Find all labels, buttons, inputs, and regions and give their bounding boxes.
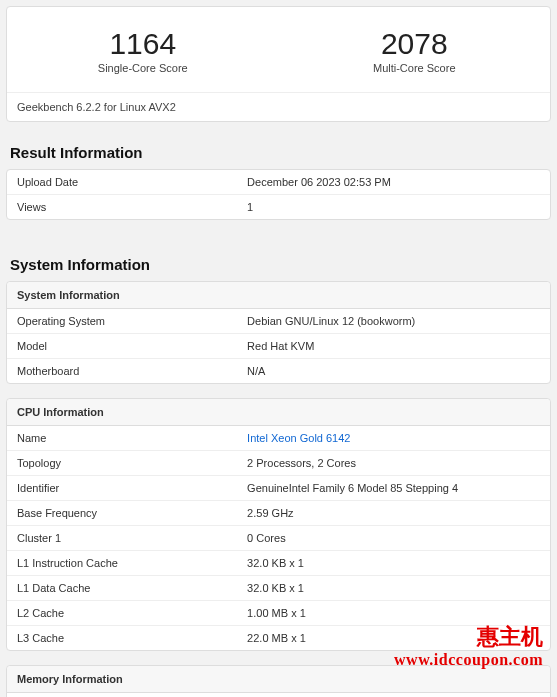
result-key: Views [17,201,247,213]
cpu-val: 22.0 MB x 1 [247,632,540,644]
system-row: Operating System Debian GNU/Linux 12 (bo… [7,309,550,334]
system-val: N/A [247,365,540,377]
system-key: Model [17,340,247,352]
system-key: Operating System [17,315,247,327]
cpu-key: L1 Instruction Cache [17,557,247,569]
result-val: December 06 2023 02:53 PM [247,176,540,188]
memory-info-panel: Memory Information Size 1.92 GB [6,665,551,697]
cpu-val: 1.00 MB x 1 [247,607,540,619]
score-footer: Geekbench 6.2.2 for Linux AVX2 [7,93,550,121]
cpu-val: 0 Cores [247,532,540,544]
cpu-row: Topology 2 Processors, 2 Cores [7,451,550,476]
system-row: Model Red Hat KVM [7,334,550,359]
memory-row: Size 1.92 GB [7,693,550,697]
cpu-name-link[interactable]: Intel Xeon Gold 6142 [247,432,540,444]
result-val: 1 [247,201,540,213]
cpu-val: 32.0 KB x 1 [247,557,540,569]
cpu-row: Name Intel Xeon Gold 6142 [7,426,550,451]
cpu-val: 2 Processors, 2 Cores [247,457,540,469]
score-card: 1164 Single-Core Score 2078 Multi-Core S… [6,6,551,122]
multi-core-value: 2078 [289,27,541,60]
result-info-panel: Upload Date December 06 2023 02:53 PM Vi… [6,169,551,220]
cpu-key: Base Frequency [17,507,247,519]
cpu-val: 2.59 GHz [247,507,540,519]
cpu-key: Cluster 1 [17,532,247,544]
result-info-heading: Result Information [0,122,557,169]
scores-row: 1164 Single-Core Score 2078 Multi-Core S… [7,7,550,93]
cpu-key: Identifier [17,482,247,494]
cpu-row: Cluster 1 0 Cores [7,526,550,551]
cpu-key: Topology [17,457,247,469]
system-val: Red Hat KVM [247,340,540,352]
result-row: Upload Date December 06 2023 02:53 PM [7,170,550,195]
system-info-panel: System Information Operating System Debi… [6,281,551,384]
multi-core-score: 2078 Multi-Core Score [279,7,551,92]
multi-core-label: Multi-Core Score [289,62,541,74]
cpu-val: GenuineIntel Family 6 Model 85 Stepping … [247,482,540,494]
cpu-row: L3 Cache 22.0 MB x 1 [7,626,550,650]
cpu-row: L2 Cache 1.00 MB x 1 [7,601,550,626]
cpu-key: Name [17,432,247,444]
single-core-value: 1164 [17,27,269,60]
cpu-key: L1 Data Cache [17,582,247,594]
cpu-key: L3 Cache [17,632,247,644]
system-info-heading: System Information [0,234,557,281]
result-row: Views 1 [7,195,550,219]
single-core-label: Single-Core Score [17,62,269,74]
cpu-row: L1 Instruction Cache 32.0 KB x 1 [7,551,550,576]
result-key: Upload Date [17,176,247,188]
system-row: Motherboard N/A [7,359,550,383]
cpu-row: Base Frequency 2.59 GHz [7,501,550,526]
system-info-panel-title: System Information [7,282,550,309]
memory-info-panel-title: Memory Information [7,666,550,693]
cpu-info-panel: CPU Information Name Intel Xeon Gold 614… [6,398,551,651]
cpu-val: 32.0 KB x 1 [247,582,540,594]
system-val: Debian GNU/Linux 12 (bookworm) [247,315,540,327]
cpu-key: L2 Cache [17,607,247,619]
cpu-row: L1 Data Cache 32.0 KB x 1 [7,576,550,601]
single-core-score: 1164 Single-Core Score [7,7,279,92]
system-key: Motherboard [17,365,247,377]
cpu-info-panel-title: CPU Information [7,399,550,426]
cpu-row: Identifier GenuineIntel Family 6 Model 8… [7,476,550,501]
